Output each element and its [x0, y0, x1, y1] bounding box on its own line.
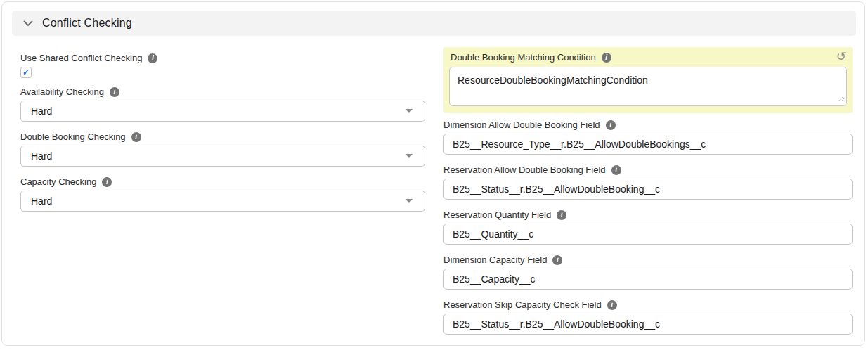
field-label-text: Use Shared Conflict Checking — [20, 53, 142, 63]
field-label-text: Double Booking Checking — [20, 131, 126, 142]
field-label-reservation-allow: Reservation Allow Double Booking Field i — [443, 164, 853, 175]
reservation-allow-double-booking-input[interactable] — [443, 179, 853, 200]
left-column: Use Shared Conflict Checking i ✓ Availab… — [20, 53, 425, 212]
reservation-allow-double-booking-field: Reservation Allow Double Booking Field i — [443, 164, 853, 200]
info-icon[interactable]: i — [607, 300, 617, 310]
info-icon[interactable]: i — [602, 53, 611, 63]
matching-condition-textarea[interactable]: ResourceDoubleBookingMatchingCondition — [449, 67, 847, 106]
field-label-capacity-checking: Capacity Checking i — [20, 176, 425, 187]
availability-checking-field: Availability Checking i Hard — [20, 86, 425, 122]
field-label-double-booking-checking: Double Booking Checking i — [20, 131, 425, 142]
capacity-checking-field: Capacity Checking i Hard — [20, 176, 425, 212]
info-icon[interactable]: i — [102, 177, 112, 187]
field-label-availability-checking: Availability Checking i — [20, 86, 425, 97]
field-label-text: Reservation Quantity Field — [443, 209, 551, 220]
field-label-dimension-capacity: Dimension Capacity Field i — [443, 254, 853, 265]
use-shared-conflict-checking-checkbox[interactable]: ✓ — [20, 67, 32, 78]
field-label-text: Double Booking Matching Condition — [451, 52, 596, 63]
reservation-skip-capacity-check-input[interactable] — [443, 314, 853, 335]
dimension-allow-double-booking-input[interactable] — [443, 134, 853, 155]
dimension-allow-double-booking-field: Dimension Allow Double Booking Field i — [443, 120, 853, 155]
field-label-text: Capacity Checking — [20, 176, 96, 187]
field-label-matching-condition: Double Booking Matching Condition i — [451, 52, 847, 63]
conflict-checking-panel: Conflict Checking Use Shared Conflict Ch… — [1, 1, 865, 346]
reservation-quantity-field: Reservation Quantity Field i — [443, 209, 853, 245]
info-icon[interactable]: i — [131, 132, 141, 142]
select-value: Hard — [31, 150, 52, 162]
field-label-reservation-skip: Reservation Skip Capacity Check Field i — [443, 299, 853, 310]
field-label-reservation-quantity: Reservation Quantity Field i — [443, 209, 853, 220]
double-booking-matching-condition-block: Double Booking Matching Condition i ↺ Re… — [443, 47, 853, 113]
use-shared-conflict-checking-field: Use Shared Conflict Checking i ✓ — [20, 53, 425, 78]
dropdown-arrow-icon — [406, 199, 413, 203]
dimension-capacity-input[interactable] — [443, 269, 853, 290]
select-value: Hard — [31, 195, 52, 207]
right-column: Double Booking Matching Condition i ↺ Re… — [443, 47, 853, 335]
info-icon[interactable]: i — [552, 255, 562, 265]
section-title: Conflict Checking — [42, 17, 132, 30]
info-icon[interactable]: i — [606, 120, 616, 130]
section-header-conflict-checking[interactable]: Conflict Checking — [12, 11, 856, 36]
field-label-text: Dimension Capacity Field — [443, 254, 547, 265]
double-booking-checking-field: Double Booking Checking i Hard — [20, 131, 425, 167]
capacity-checking-select[interactable]: Hard — [20, 191, 425, 212]
dropdown-arrow-icon — [406, 154, 413, 158]
info-icon[interactable]: i — [110, 87, 119, 97]
checkmark-icon: ✓ — [22, 68, 30, 77]
undo-icon[interactable]: ↺ — [836, 51, 846, 63]
double-booking-checking-select[interactable]: Hard — [20, 146, 425, 167]
field-label-text: Reservation Allow Double Booking Field — [443, 164, 606, 175]
field-label-use-shared: Use Shared Conflict Checking i — [20, 53, 425, 63]
availability-checking-select[interactable]: Hard — [20, 101, 425, 122]
select-value: Hard — [31, 105, 52, 117]
reservation-quantity-input[interactable] — [443, 224, 853, 245]
field-label-text: Dimension Allow Double Booking Field — [443, 120, 600, 130]
field-label-text: Availability Checking — [20, 86, 104, 97]
dimension-capacity-field: Dimension Capacity Field i — [443, 254, 853, 290]
reservation-skip-capacity-check-field: Reservation Skip Capacity Check Field i — [443, 299, 853, 335]
field-label-text: Reservation Skip Capacity Check Field — [443, 299, 602, 310]
info-icon[interactable]: i — [148, 53, 157, 63]
info-icon[interactable]: i — [611, 165, 621, 175]
dropdown-arrow-icon — [406, 109, 413, 113]
chevron-down-icon — [23, 20, 33, 27]
field-label-dimension-allow: Dimension Allow Double Booking Field i — [443, 120, 853, 130]
info-icon[interactable]: i — [557, 210, 566, 220]
